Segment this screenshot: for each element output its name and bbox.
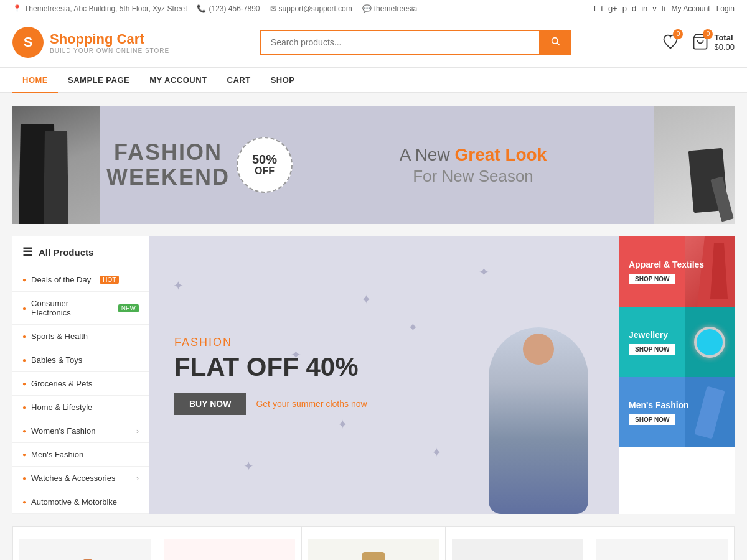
login-link[interactable]: Login bbox=[716, 4, 735, 13]
sidebar-item-home[interactable]: ● Home & Lifestyle bbox=[12, 396, 149, 419]
promo-subtitle: Get your summer cloths now bbox=[256, 399, 367, 409]
email-info: ✉ support@support.com bbox=[270, 4, 352, 13]
nav-home[interactable]: HOME bbox=[12, 68, 58, 93]
nav-shop[interactable]: SHOP bbox=[261, 68, 305, 92]
facebook-icon[interactable]: f bbox=[594, 4, 596, 13]
linkedin-icon[interactable]: li bbox=[662, 4, 665, 13]
menu-icon: ☰ bbox=[22, 245, 32, 259]
wishlist-badge: 0 bbox=[673, 29, 683, 39]
instagram-icon[interactable]: in bbox=[641, 4, 647, 13]
buy-now-button[interactable]: BUY NOW bbox=[174, 393, 246, 415]
twitter-icon[interactable]: t bbox=[601, 4, 603, 13]
svg-line-1 bbox=[557, 43, 559, 45]
sidebar-item-automotive[interactable]: ● Automotive & Motorbike bbox=[12, 490, 149, 514]
logo-title: Shopping Cart bbox=[50, 31, 169, 47]
dot-icon: ● bbox=[22, 427, 26, 434]
search-input[interactable] bbox=[260, 30, 539, 55]
jewellery-image bbox=[685, 307, 735, 377]
dot-icon: ● bbox=[22, 404, 26, 411]
logo-text: Shopping Cart BUILD YOUR OWN ONLINE STOR… bbox=[50, 31, 169, 54]
dot-icon: ● bbox=[22, 498, 26, 505]
wishlist-button[interactable]: 0 bbox=[662, 33, 679, 52]
phone-icon: 📞 bbox=[197, 4, 206, 13]
logo-subtitle: BUILD YOUR OWN ONLINE STORE bbox=[50, 47, 169, 54]
search-button[interactable] bbox=[539, 30, 571, 55]
watches-image bbox=[308, 539, 439, 560]
hero-left-image bbox=[12, 106, 100, 224]
google-icon[interactable]: g+ bbox=[608, 4, 618, 13]
furniture-image bbox=[452, 539, 583, 560]
promo-fashion-label: FASHION bbox=[174, 336, 367, 349]
sidebar-item-babies[interactable]: ● Babies & Toys bbox=[12, 348, 149, 372]
apparel-promo-text: Apparel & Textiles SHOP NOW bbox=[629, 259, 704, 284]
svg-rect-9 bbox=[362, 552, 385, 560]
sidebar-item-deals[interactable]: ● Deals of the Day HOT bbox=[12, 268, 149, 292]
jewellery-title: Jewellery bbox=[629, 330, 675, 340]
watches-card[interactable]: WATCHES SOURCE FOR LUXURY WATCHES bbox=[302, 526, 446, 560]
sports-card[interactable]: SPORTS GET 10% OFF YOUR ORDER bbox=[12, 526, 157, 560]
svg-point-0 bbox=[552, 38, 557, 44]
logo[interactable]: S Shopping Cart BUILD YOUR OWN ONLINE ST… bbox=[12, 27, 169, 58]
dot-icon: ● bbox=[22, 357, 26, 363]
email-icon: ✉ bbox=[270, 4, 276, 13]
sidebar-item-watches[interactable]: ● Watches & Accessories › bbox=[12, 467, 149, 490]
address-info: 📍 Themefreesia, Abc Building, 5th Floor,… bbox=[12, 4, 187, 13]
sidebar-item-mens[interactable]: ● Men's Fashion bbox=[12, 443, 149, 467]
hero-circle: 50% OFF bbox=[237, 137, 293, 193]
vimeo-icon[interactable]: v bbox=[652, 4, 657, 13]
header-actions: 0 0 Total $0.00 bbox=[662, 33, 735, 52]
dot-icon: ● bbox=[22, 333, 26, 340]
promo-title: FLAT OFF 40% bbox=[174, 354, 367, 380]
mens-fashion-title: Men's Fashion bbox=[629, 400, 689, 410]
topbar-left: 📍 Themefreesia, Abc Building, 5th Floor,… bbox=[12, 4, 417, 13]
pinterest-icon[interactable]: p bbox=[622, 4, 627, 13]
hot-badge: HOT bbox=[100, 276, 119, 284]
cart-button[interactable]: 0 Total $0.00 bbox=[692, 33, 735, 52]
my-account-link[interactable]: My Account bbox=[672, 4, 710, 13]
cart-total: Total $0.00 bbox=[714, 33, 735, 52]
right-promo-boxes: Apparel & Textiles SHOP NOW Jewellery SH… bbox=[619, 236, 735, 514]
center-promo-banner: ✦ ✦ ✦ ✦ ✦ ✦ ✦ ✦ ✦ ✦ FASHION FLAT OFF 40%… bbox=[149, 236, 619, 514]
nav-sample-page[interactable]: SAMPLE PAGE bbox=[58, 68, 139, 92]
cart-icon-wrap: 0 bbox=[692, 33, 709, 52]
mens-fashion-promo-box[interactable]: Men's Fashion SHOP NOW bbox=[619, 377, 735, 447]
model-figure bbox=[476, 315, 601, 514]
hero-right-image bbox=[654, 106, 735, 224]
shoes-svg bbox=[189, 543, 270, 560]
dribbble-icon[interactable]: d bbox=[632, 4, 636, 13]
dot-icon: ● bbox=[22, 475, 26, 482]
chevron-right-icon: › bbox=[136, 474, 139, 483]
watches-svg bbox=[333, 543, 414, 560]
skype-icon: 💬 bbox=[362, 4, 372, 13]
furniture-svg bbox=[477, 543, 558, 560]
header: S Shopping Cart BUILD YOUR OWN ONLINE ST… bbox=[0, 17, 747, 68]
jewellery-promo-text: Jewellery SHOP NOW bbox=[629, 330, 675, 355]
glasses-card[interactable]: Neoloo GLASSES FASHION GLASSES FRAMES bbox=[590, 526, 735, 560]
jewellery-promo-box[interactable]: Jewellery SHOP NOW bbox=[619, 307, 735, 377]
hero-right-text: A New Great Look For New Season bbox=[293, 106, 654, 224]
main-nav: HOME SAMPLE PAGE MY ACCOUNT CART SHOP bbox=[0, 68, 747, 93]
shoes-card[interactable]: SHOES CASUAL, STYLISH & TRENDY bbox=[157, 526, 302, 560]
sidebar-item-sports[interactable]: ● Sports & Health bbox=[12, 325, 149, 348]
phone-info: 📞 (123) 456-7890 bbox=[197, 4, 260, 13]
dot-icon: ● bbox=[22, 276, 26, 283]
jewellery-shop-now[interactable]: SHOP NOW bbox=[629, 344, 675, 355]
apparel-promo-box[interactable]: Apparel & Textiles SHOP NOW bbox=[619, 236, 735, 307]
sidebar-item-womens[interactable]: ● Women's Fashion › bbox=[12, 419, 149, 443]
sidebar-item-electronics[interactable]: ● Consumer Electronics NEW bbox=[12, 292, 149, 325]
sports-image bbox=[19, 539, 151, 560]
glasses-image: Neoloo bbox=[596, 539, 728, 560]
topbar: 📍 Themefreesia, Abc Building, 5th Floor,… bbox=[0, 0, 747, 17]
category-cards: SPORTS GET 10% OFF YOUR ORDER SHOES CASU… bbox=[12, 526, 735, 560]
mens-fashion-shop-now[interactable]: SHOP NOW bbox=[629, 414, 675, 425]
mens-fashion-promo-text: Men's Fashion SHOP NOW bbox=[629, 400, 689, 425]
cart-badge: 0 bbox=[703, 29, 713, 39]
sidebar-item-groceries[interactable]: ● Groceries & Pets bbox=[12, 372, 149, 396]
sports-svg bbox=[44, 543, 125, 560]
furniture-card[interactable]: FURNITURE FREE DELIVERY IN TOWN bbox=[446, 526, 590, 560]
glasses-svg: Neoloo bbox=[622, 543, 703, 560]
nav-cart[interactable]: CART bbox=[217, 68, 261, 92]
sidebar: ☰ All Products ● Deals of the Day HOT ● … bbox=[12, 236, 149, 514]
apparel-shop-now[interactable]: SHOP NOW bbox=[629, 274, 675, 284]
nav-my-account[interactable]: MY ACCOUNT bbox=[139, 68, 217, 92]
